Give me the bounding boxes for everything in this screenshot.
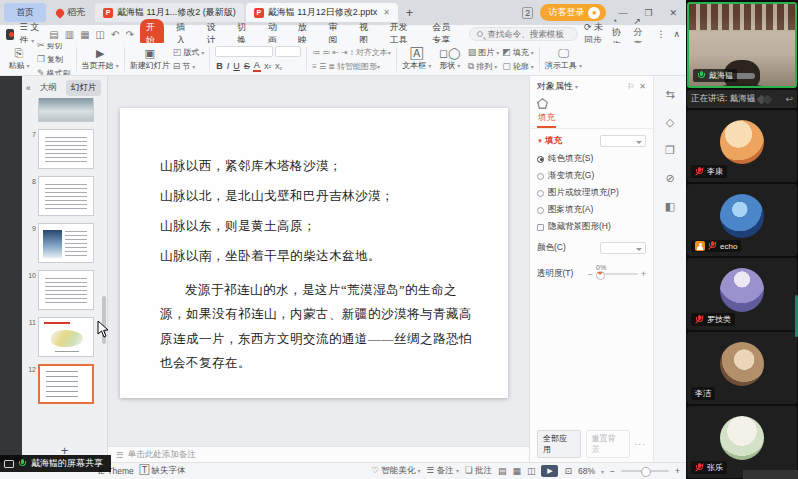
command-search[interactable] [469, 27, 578, 41]
radio-pattern-fill[interactable]: 图案填充(A) [537, 204, 646, 216]
normal-view-icon[interactable]: ▤ [498, 466, 507, 476]
search-input[interactable] [487, 29, 570, 39]
tab-close-icon[interactable]: ✕ [383, 8, 390, 17]
new-slide-button[interactable]: ▣ 新建幻灯片 [130, 48, 170, 71]
properties-strip-icon[interactable]: ⇆ [665, 88, 674, 101]
slide-thumbnail[interactable]: 7 [24, 129, 107, 169]
fit-window-icon[interactable]: ⊡ [564, 466, 572, 476]
slideshow-play-button[interactable]: ▶ [541, 465, 558, 477]
subscript-button[interactable]: X₂ [274, 63, 283, 70]
help-strip-icon[interactable]: ⊘ [665, 172, 674, 185]
participant-tile[interactable]: echo [687, 184, 797, 256]
collapse-panel-button[interactable]: « [26, 83, 31, 93]
redo-icon[interactable]: ↷ [125, 29, 133, 40]
zoom-level[interactable]: 68% [578, 466, 595, 476]
participant-tile[interactable]: 罗技类 [687, 258, 797, 330]
outline-button[interactable]: ▢轮廓▾ [502, 61, 534, 72]
tab-docer[interactable]: 稻壳 [48, 3, 93, 22]
export-icon[interactable]: ▥ [65, 29, 74, 40]
font-name-input[interactable] [215, 46, 273, 57]
cut-button[interactable]: ✂剪切 [37, 43, 71, 51]
superscript-button[interactable]: X² [263, 63, 272, 70]
strikethrough-button[interactable]: S [243, 61, 251, 71]
shapes-button[interactable]: ◻◯ 形状 ▾ [435, 48, 465, 71]
underline-button[interactable]: U [232, 61, 241, 71]
radio-solid-fill[interactable]: 纯色填充(S) [537, 153, 646, 165]
zoom-slider[interactable] [621, 470, 669, 472]
align-text-button[interactable]: 对齐文本▾ [356, 47, 391, 58]
collapse-ribbon-icon[interactable]: ∧ [673, 29, 680, 39]
missing-font-warning[interactable]: 🅃 缺失字体 [140, 465, 186, 477]
sorter-view-icon[interactable]: ▦ [512, 466, 521, 476]
participant-tile[interactable]: 李康 [687, 110, 797, 182]
bold-button[interactable]: B [215, 61, 224, 71]
font-color-button[interactable]: A [253, 60, 261, 72]
zoom-out-icon[interactable]: − [610, 466, 615, 476]
color-dropdown[interactable] [600, 242, 646, 254]
play-from-current-button[interactable]: ▶ 当页开始 ▾ [82, 48, 119, 71]
italic-button[interactable]: I [226, 61, 231, 71]
slide-canvas[interactable]: 山脉以西，紧邻库木塔格沙漠； 山脉以北，是北山戈壁和巴丹吉林沙漠； 山脉以东，则… [108, 76, 529, 446]
reset-background-button[interactable]: 重置背景 [586, 430, 630, 458]
to-smart-graphic-button[interactable]: 转智能图形▾ [337, 61, 380, 72]
pin-icon[interactable]: ⚐ [627, 82, 634, 91]
document-tab-1[interactable]: P 戴海韫 11月1...修改2 (最新版) [95, 3, 244, 22]
speaker-video-tile[interactable]: 戴海韫 [687, 2, 797, 88]
return-icon[interactable]: ↩ [785, 94, 793, 104]
align-left-icon[interactable]: ≡ [312, 62, 317, 71]
transparency-plus-icon[interactable]: + [641, 269, 646, 279]
fill-type-dropdown[interactable] [600, 135, 646, 147]
more-options-icon[interactable]: ··· [635, 439, 647, 449]
new-tab-button[interactable]: + [400, 6, 419, 20]
slide-thumbnail[interactable]: 9 [24, 223, 107, 263]
slide-thumbnail[interactable]: 8 [24, 176, 107, 216]
indent-icon[interactable]: ⇥ [341, 48, 348, 57]
reading-view-icon[interactable]: ◫ [527, 466, 536, 476]
present-tools-button[interactable]: 🖵 演示工具 ▾ [545, 48, 582, 71]
notes-bar[interactable]: ☰ 单击此处添加备注 [108, 446, 529, 462]
fill-button[interactable]: ◩填充▾ [502, 47, 534, 58]
close-panel-icon[interactable]: ✕ [639, 82, 646, 91]
picture-button[interactable]: ▧图片▾ [468, 47, 500, 58]
font-size-input[interactable] [275, 46, 301, 57]
fill-tab[interactable]: 填充 [537, 111, 556, 128]
slide-thumbnail-selected[interactable]: 12 [24, 364, 107, 404]
effects-strip-icon[interactable]: ◇ [666, 116, 674, 129]
copy-button[interactable]: ❐复制 [37, 54, 71, 65]
slide-thumbnail[interactable]: 11 [24, 317, 107, 357]
selection-strip-icon[interactable]: ◧ [665, 200, 675, 213]
section-caret-icon[interactable]: ▼ [537, 138, 543, 144]
slide-thumbnail[interactable]: 10 [24, 270, 107, 310]
more-menu-icon[interactable]: ⋮ [656, 29, 665, 39]
beautify-button[interactable]: ♡ 智能美化 ▾ [371, 465, 420, 477]
radio-picture-fill[interactable]: 图片或纹理填充(P) [537, 187, 646, 199]
tab-outline[interactable]: 大纲 [35, 80, 62, 96]
apply-all-button[interactable]: 全部应用 [537, 430, 581, 458]
save-icon[interactable]: ▤ [49, 29, 58, 40]
arrange-button[interactable]: ⧉排列▾ [468, 61, 500, 72]
layers-strip-icon[interactable]: ❐ [665, 144, 675, 157]
slide[interactable]: 山脉以西，紧邻库木塔格沙漠； 山脉以北，是北山戈壁和巴丹吉林沙漠； 山脉以东，则… [120, 108, 508, 398]
participant-tile[interactable]: 张乐 [687, 406, 797, 478]
comments-button[interactable]: ❏ 批注 [465, 465, 492, 477]
paste-button[interactable]: ⎘ 粘贴 ▾ [4, 48, 34, 71]
numbered-list-icon[interactable]: ≕ [322, 48, 330, 57]
undo-icon[interactable]: ↶ [111, 29, 119, 40]
checkbox-hide-background[interactable]: 隐藏背景图形(H) [537, 221, 646, 233]
screen-share-banner[interactable]: 戴海韫的屏幕共享 [0, 455, 111, 472]
outdent-icon[interactable]: ⇤ [332, 48, 339, 57]
layout-button[interactable]: ◰版式▾ [173, 47, 205, 58]
transparency-slider[interactable]: 0% [596, 273, 638, 275]
bullet-list-icon[interactable]: ≔ [312, 48, 320, 57]
align-center-icon[interactable]: ☰ [319, 62, 326, 71]
tab-home[interactable]: 首页 [4, 3, 46, 22]
radio-gradient-fill[interactable]: 渐变填充(G) [537, 170, 646, 182]
preview-icon[interactable]: ◫ [96, 29, 105, 40]
slide-thumbnail[interactable] [24, 98, 107, 122]
print-icon[interactable]: ▦ [80, 29, 89, 40]
textbox-button[interactable]: 🄰 文本框 ▾ [402, 48, 432, 71]
section-button[interactable]: ⊟节▾ [173, 61, 205, 72]
zoom-in-icon[interactable]: + [675, 466, 680, 476]
tab-slides[interactable]: 幻灯片 [66, 80, 102, 96]
align-right-icon[interactable]: ≣ [328, 62, 335, 71]
